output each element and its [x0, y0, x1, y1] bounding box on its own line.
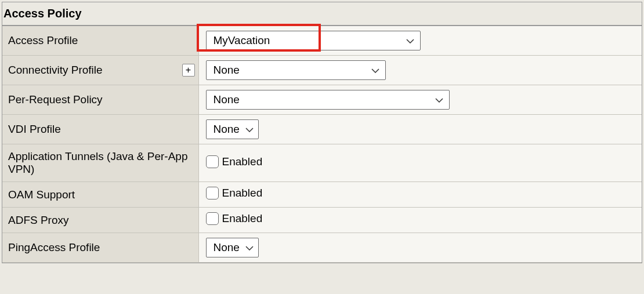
row-connectivity-profile: Connectivity Profile + None	[2, 56, 642, 85]
access-policy-panel: Access Policy Access Profile MyVacation …	[2, 2, 642, 263]
connectivity-profile-select[interactable]: None	[206, 60, 386, 80]
adfs-proxy-checkbox[interactable]	[206, 212, 219, 225]
add-connectivity-profile-button[interactable]: +	[182, 64, 195, 77]
label-connectivity-profile: Connectivity Profile +	[2, 56, 198, 85]
chevron-down-icon	[245, 243, 254, 252]
per-request-policy-value: None	[214, 93, 240, 106]
label-adfs-proxy: ADFS Proxy	[2, 208, 198, 233]
label-oam-support: OAM Support	[2, 182, 198, 208]
access-profile-select[interactable]: MyVacation	[206, 31, 421, 50]
oam-support-checkbox-wrap: Enabled	[206, 187, 263, 199]
pingaccess-profile-value: None	[214, 241, 240, 254]
vdi-profile-value: None	[214, 123, 240, 136]
adfs-proxy-checkbox-label: Enabled	[222, 212, 263, 225]
label-per-request-policy: Per-Request Policy	[2, 85, 198, 115]
label-connectivity-profile-text: Connectivity Profile	[8, 64, 103, 76]
adfs-proxy-checkbox-wrap: Enabled	[206, 212, 263, 225]
label-access-profile: Access Profile	[2, 26, 198, 56]
chevron-down-icon	[371, 66, 379, 75]
label-pingaccess-profile: PingAccess Profile	[2, 233, 198, 263]
oam-support-checkbox[interactable]	[206, 187, 219, 199]
app-tunnels-checkbox[interactable]	[206, 155, 219, 168]
row-oam-support: OAM Support Enabled	[2, 182, 642, 208]
chevron-down-icon	[406, 36, 414, 45]
oam-support-checkbox-label: Enabled	[222, 187, 263, 199]
form-table: Access Profile MyVacation Connectivity P…	[2, 25, 642, 263]
row-access-profile: Access Profile MyVacation	[2, 26, 642, 56]
label-vdi-profile: VDI Profile	[2, 115, 198, 144]
row-vdi-profile: VDI Profile None	[2, 115, 642, 144]
row-app-tunnels: Application Tunnels (Java & Per-App VPN)…	[2, 144, 642, 182]
app-tunnels-checkbox-label: Enabled	[222, 155, 263, 168]
per-request-policy-select[interactable]: None	[206, 90, 450, 110]
connectivity-profile-value: None	[214, 64, 240, 77]
pingaccess-profile-select[interactable]: None	[206, 238, 259, 257]
label-app-tunnels: Application Tunnels (Java & Per-App VPN)	[2, 144, 198, 182]
section-title: Access Policy	[2, 2, 642, 25]
row-per-request-policy: Per-Request Policy None	[2, 85, 642, 115]
row-pingaccess-profile: PingAccess Profile None	[2, 233, 642, 263]
row-adfs-proxy: ADFS Proxy Enabled	[2, 208, 642, 233]
app-tunnels-checkbox-wrap: Enabled	[206, 155, 263, 168]
chevron-down-icon	[245, 125, 254, 134]
vdi-profile-select[interactable]: None	[206, 119, 259, 139]
chevron-down-icon	[435, 95, 443, 104]
access-profile-value: MyVacation	[214, 34, 270, 47]
